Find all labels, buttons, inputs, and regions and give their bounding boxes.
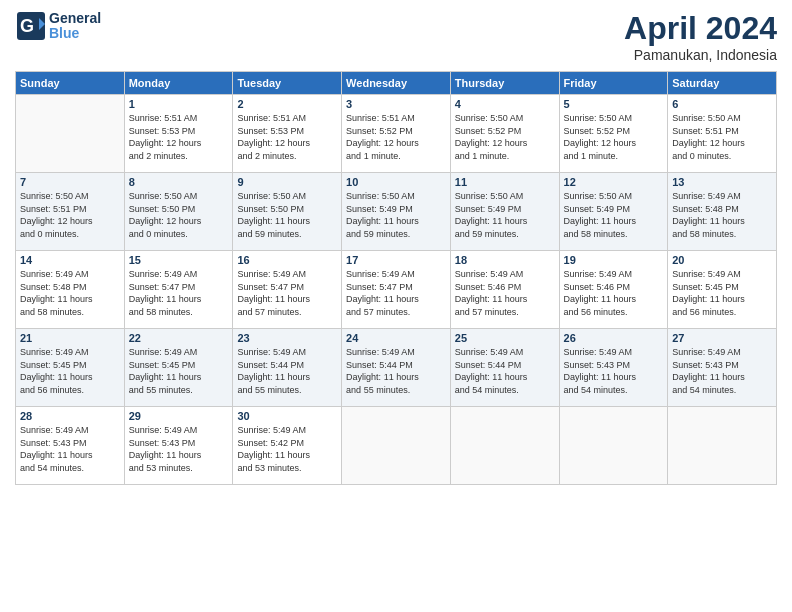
day-number: 20 <box>672 254 772 266</box>
day-number: 12 <box>564 176 664 188</box>
weekday-monday: Monday <box>124 72 233 95</box>
calendar-cell: 23Sunrise: 5:49 AMSunset: 5:44 PMDayligh… <box>233 329 342 407</box>
calendar-cell: 2Sunrise: 5:51 AMSunset: 5:53 PMDaylight… <box>233 95 342 173</box>
logo: G General Blue <box>15 10 101 42</box>
day-number: 7 <box>20 176 120 188</box>
svg-text:G: G <box>20 16 34 36</box>
calendar-cell: 8Sunrise: 5:50 AMSunset: 5:50 PMDaylight… <box>124 173 233 251</box>
day-number: 30 <box>237 410 337 422</box>
calendar-cell: 21Sunrise: 5:49 AMSunset: 5:45 PMDayligh… <box>16 329 125 407</box>
day-info: Sunrise: 5:51 AMSunset: 5:53 PMDaylight:… <box>129 112 229 162</box>
logo-general: General <box>49 11 101 26</box>
calendar-cell: 25Sunrise: 5:49 AMSunset: 5:44 PMDayligh… <box>450 329 559 407</box>
day-number: 11 <box>455 176 555 188</box>
weekday-wednesday: Wednesday <box>342 72 451 95</box>
day-number: 27 <box>672 332 772 344</box>
day-info: Sunrise: 5:49 AMSunset: 5:44 PMDaylight:… <box>237 346 337 396</box>
week-row-2: 7Sunrise: 5:50 AMSunset: 5:51 PMDaylight… <box>16 173 777 251</box>
logo-icon: G <box>15 10 47 42</box>
day-info: Sunrise: 5:50 AMSunset: 5:50 PMDaylight:… <box>129 190 229 240</box>
day-number: 13 <box>672 176 772 188</box>
calendar-cell: 26Sunrise: 5:49 AMSunset: 5:43 PMDayligh… <box>559 329 668 407</box>
day-info: Sunrise: 5:50 AMSunset: 5:51 PMDaylight:… <box>20 190 120 240</box>
day-number: 10 <box>346 176 446 188</box>
calendar-cell: 15Sunrise: 5:49 AMSunset: 5:47 PMDayligh… <box>124 251 233 329</box>
weekday-sunday: Sunday <box>16 72 125 95</box>
calendar-cell: 27Sunrise: 5:49 AMSunset: 5:43 PMDayligh… <box>668 329 777 407</box>
day-number: 14 <box>20 254 120 266</box>
calendar-cell <box>559 407 668 485</box>
calendar-cell: 13Sunrise: 5:49 AMSunset: 5:48 PMDayligh… <box>668 173 777 251</box>
week-row-5: 28Sunrise: 5:49 AMSunset: 5:43 PMDayligh… <box>16 407 777 485</box>
day-number: 15 <box>129 254 229 266</box>
day-info: Sunrise: 5:49 AMSunset: 5:44 PMDaylight:… <box>455 346 555 396</box>
calendar-cell: 3Sunrise: 5:51 AMSunset: 5:52 PMDaylight… <box>342 95 451 173</box>
day-info: Sunrise: 5:50 AMSunset: 5:49 PMDaylight:… <box>455 190 555 240</box>
calendar-cell: 12Sunrise: 5:50 AMSunset: 5:49 PMDayligh… <box>559 173 668 251</box>
day-info: Sunrise: 5:49 AMSunset: 5:45 PMDaylight:… <box>129 346 229 396</box>
day-number: 29 <box>129 410 229 422</box>
calendar-cell: 24Sunrise: 5:49 AMSunset: 5:44 PMDayligh… <box>342 329 451 407</box>
weekday-saturday: Saturday <box>668 72 777 95</box>
calendar-cell <box>450 407 559 485</box>
day-number: 18 <box>455 254 555 266</box>
day-info: Sunrise: 5:49 AMSunset: 5:43 PMDaylight:… <box>20 424 120 474</box>
day-number: 24 <box>346 332 446 344</box>
day-info: Sunrise: 5:50 AMSunset: 5:49 PMDaylight:… <box>346 190 446 240</box>
day-number: 17 <box>346 254 446 266</box>
calendar-cell: 28Sunrise: 5:49 AMSunset: 5:43 PMDayligh… <box>16 407 125 485</box>
day-number: 19 <box>564 254 664 266</box>
day-number: 8 <box>129 176 229 188</box>
day-number: 22 <box>129 332 229 344</box>
day-number: 26 <box>564 332 664 344</box>
calendar-cell: 14Sunrise: 5:49 AMSunset: 5:48 PMDayligh… <box>16 251 125 329</box>
calendar-cell: 5Sunrise: 5:50 AMSunset: 5:52 PMDaylight… <box>559 95 668 173</box>
week-row-3: 14Sunrise: 5:49 AMSunset: 5:48 PMDayligh… <box>16 251 777 329</box>
day-number: 23 <box>237 332 337 344</box>
title-block: April 2024 Pamanukan, Indonesia <box>624 10 777 63</box>
day-info: Sunrise: 5:49 AMSunset: 5:46 PMDaylight:… <box>455 268 555 318</box>
day-number: 6 <box>672 98 772 110</box>
calendar-cell: 18Sunrise: 5:49 AMSunset: 5:46 PMDayligh… <box>450 251 559 329</box>
day-number: 5 <box>564 98 664 110</box>
day-number: 3 <box>346 98 446 110</box>
calendar-cell: 6Sunrise: 5:50 AMSunset: 5:51 PMDaylight… <box>668 95 777 173</box>
header: G General Blue April 2024 Pamanukan, Ind… <box>15 10 777 63</box>
month-title: April 2024 <box>624 10 777 47</box>
page: G General Blue April 2024 Pamanukan, Ind… <box>0 0 792 495</box>
week-row-1: 1Sunrise: 5:51 AMSunset: 5:53 PMDaylight… <box>16 95 777 173</box>
calendar-cell: 22Sunrise: 5:49 AMSunset: 5:45 PMDayligh… <box>124 329 233 407</box>
calendar-cell: 29Sunrise: 5:49 AMSunset: 5:43 PMDayligh… <box>124 407 233 485</box>
day-info: Sunrise: 5:51 AMSunset: 5:52 PMDaylight:… <box>346 112 446 162</box>
calendar-cell: 11Sunrise: 5:50 AMSunset: 5:49 PMDayligh… <box>450 173 559 251</box>
calendar-cell <box>668 407 777 485</box>
day-info: Sunrise: 5:50 AMSunset: 5:49 PMDaylight:… <box>564 190 664 240</box>
calendar-cell: 4Sunrise: 5:50 AMSunset: 5:52 PMDaylight… <box>450 95 559 173</box>
day-info: Sunrise: 5:49 AMSunset: 5:43 PMDaylight:… <box>129 424 229 474</box>
day-info: Sunrise: 5:49 AMSunset: 5:48 PMDaylight:… <box>672 190 772 240</box>
day-info: Sunrise: 5:49 AMSunset: 5:46 PMDaylight:… <box>564 268 664 318</box>
day-info: Sunrise: 5:50 AMSunset: 5:52 PMDaylight:… <box>564 112 664 162</box>
weekday-tuesday: Tuesday <box>233 72 342 95</box>
weekday-header-row: SundayMondayTuesdayWednesdayThursdayFrid… <box>16 72 777 95</box>
calendar-cell <box>16 95 125 173</box>
weekday-thursday: Thursday <box>450 72 559 95</box>
day-info: Sunrise: 5:49 AMSunset: 5:43 PMDaylight:… <box>564 346 664 396</box>
day-number: 4 <box>455 98 555 110</box>
day-info: Sunrise: 5:50 AMSunset: 5:52 PMDaylight:… <box>455 112 555 162</box>
calendar-cell: 30Sunrise: 5:49 AMSunset: 5:42 PMDayligh… <box>233 407 342 485</box>
day-info: Sunrise: 5:49 AMSunset: 5:44 PMDaylight:… <box>346 346 446 396</box>
week-row-4: 21Sunrise: 5:49 AMSunset: 5:45 PMDayligh… <box>16 329 777 407</box>
day-info: Sunrise: 5:50 AMSunset: 5:51 PMDaylight:… <box>672 112 772 162</box>
day-info: Sunrise: 5:49 AMSunset: 5:47 PMDaylight:… <box>237 268 337 318</box>
day-number: 25 <box>455 332 555 344</box>
day-number: 21 <box>20 332 120 344</box>
day-info: Sunrise: 5:49 AMSunset: 5:45 PMDaylight:… <box>20 346 120 396</box>
day-info: Sunrise: 5:51 AMSunset: 5:53 PMDaylight:… <box>237 112 337 162</box>
logo-text: G General Blue <box>15 10 101 42</box>
day-info: Sunrise: 5:50 AMSunset: 5:50 PMDaylight:… <box>237 190 337 240</box>
day-number: 16 <box>237 254 337 266</box>
calendar-cell: 20Sunrise: 5:49 AMSunset: 5:45 PMDayligh… <box>668 251 777 329</box>
day-info: Sunrise: 5:49 AMSunset: 5:42 PMDaylight:… <box>237 424 337 474</box>
calendar-cell: 19Sunrise: 5:49 AMSunset: 5:46 PMDayligh… <box>559 251 668 329</box>
